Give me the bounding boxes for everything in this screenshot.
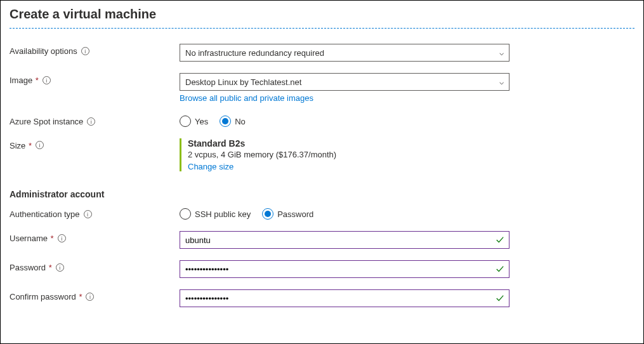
required-marker: *	[26, 141, 32, 150]
dropdown-availability[interactable]: No infrastructure redundancy required ⌵	[180, 44, 509, 62]
field-availability: Availability options i No infrastructure…	[10, 44, 634, 62]
field-image: Image * i Desktop Linux by Techlatest.ne…	[10, 73, 634, 103]
info-icon[interactable]: i	[84, 210, 92, 218]
info-icon[interactable]: i	[87, 117, 95, 126]
field-auth-type: Authentication type i SSH public key Pas…	[10, 207, 634, 220]
required-marker: *	[77, 292, 82, 301]
radio-auth-ssh[interactable]: SSH public key	[180, 208, 251, 220]
link-change-size[interactable]: Change size	[188, 162, 233, 171]
dropdown-image-value: Desktop Linux by Techlatest.net	[185, 77, 301, 87]
link-browse-images[interactable]: Browse all public and private images	[180, 93, 313, 103]
field-confirm-password: Confirm password * i	[10, 289, 634, 307]
size-name: Standard B2s	[188, 138, 509, 149]
input-username[interactable]	[180, 231, 509, 249]
radio-auth-ssh-label: SSH public key	[195, 209, 251, 219]
label-password: Password	[10, 263, 46, 272]
check-icon	[496, 265, 504, 274]
field-size: Size * i Standard B2s 2 vcpus, 4 GiB mem…	[10, 138, 634, 171]
label-size: Size	[10, 141, 25, 150]
label-image: Image	[10, 76, 32, 85]
radio-icon	[262, 208, 273, 220]
radio-auth-password-label: Password	[277, 209, 313, 219]
label-availability: Availability options	[10, 46, 77, 56]
dropdown-image[interactable]: Desktop Linux by Techlatest.net ⌵	[180, 73, 509, 91]
radio-spot-yes[interactable]: Yes	[180, 116, 208, 127]
radio-spot-no[interactable]: No	[220, 116, 246, 127]
info-icon[interactable]: i	[56, 263, 64, 272]
required-marker: *	[48, 234, 54, 243]
radio-icon	[180, 116, 191, 127]
section-admin-account: Administrator account	[10, 189, 634, 199]
info-icon[interactable]: i	[86, 293, 94, 301]
info-icon[interactable]: i	[36, 141, 44, 149]
label-username: Username	[10, 234, 48, 243]
field-spot-instance: Azure Spot instance i Yes No	[10, 114, 634, 127]
required-marker: *	[46, 263, 52, 272]
divider	[10, 28, 634, 29]
label-auth-type: Authentication type	[10, 209, 80, 219]
input-password[interactable]	[180, 260, 509, 278]
check-icon	[496, 235, 504, 244]
chevron-down-icon: ⌵	[499, 48, 504, 57]
dropdown-availability-value: No infrastructure redundancy required	[185, 48, 324, 58]
radio-spot-no-label: No	[235, 117, 246, 126]
required-marker: *	[33, 76, 39, 85]
label-spot: Azure Spot instance	[10, 117, 83, 126]
radio-icon	[220, 116, 231, 127]
radio-spot-yes-label: Yes	[195, 117, 208, 126]
info-icon[interactable]: i	[58, 234, 66, 242]
radio-auth-password[interactable]: Password	[262, 208, 313, 220]
field-password: Password * i	[10, 260, 634, 278]
info-icon[interactable]: i	[81, 47, 89, 55]
check-icon	[496, 294, 504, 303]
field-username: Username * i	[10, 231, 634, 249]
info-icon[interactable]: i	[43, 76, 51, 84]
radio-icon	[180, 208, 191, 220]
page-title: Create a virtual machine	[10, 1, 634, 28]
label-confirm-password: Confirm password	[10, 292, 76, 301]
input-confirm-password[interactable]	[180, 289, 509, 307]
chevron-down-icon: ⌵	[499, 77, 504, 86]
size-desc: 2 vcpus, 4 GiB memory ($176.37/month)	[188, 150, 509, 159]
size-box: Standard B2s 2 vcpus, 4 GiB memory ($176…	[180, 138, 509, 171]
